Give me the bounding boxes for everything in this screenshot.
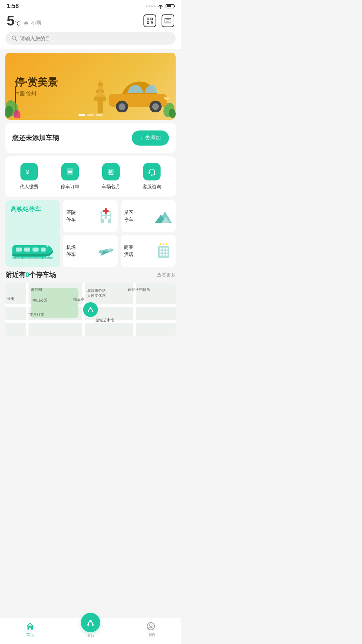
- nearby-section: 附近有0个停车场 查看更多 长街 蕙芳园 中山公园 投壶亭 兰亭八柱亭 北京市劳…: [5, 270, 176, 336]
- add-icon: +: [140, 135, 143, 141]
- service-monthly[interactable]: M 车场包月: [98, 163, 124, 190]
- headset-icon: [147, 167, 157, 176]
- svg-text:★★★: ★★★: [159, 243, 168, 246]
- svg-rect-26: [98, 101, 103, 113]
- status-icons: [146, 4, 174, 9]
- train-icon: [11, 235, 55, 262]
- service-pay-label: 代人缴费: [20, 184, 39, 190]
- svg-rect-3: [147, 18, 149, 20]
- svg-line-14: [15, 39, 17, 41]
- road-h2: [5, 320, 176, 323]
- svg-rect-5: [147, 22, 149, 24]
- map-center-marker: [83, 302, 98, 317]
- map-background: 长街 蕙芳园 中山公园 投壶亭 兰亭八柱亭 北京市劳动人民文化宫 南池子招待所 …: [5, 283, 176, 336]
- hospital-icon: [97, 207, 115, 225]
- svg-text:M: M: [109, 169, 113, 174]
- svg-point-83: [89, 307, 91, 309]
- svg-rect-59: [12, 254, 48, 256]
- cat-airport[interactable]: 机场停车: [63, 235, 118, 267]
- svg-rect-79: [160, 254, 162, 256]
- view-more-button[interactable]: 查看更多: [157, 272, 176, 278]
- message-icon: [164, 17, 172, 24]
- cloud-rain-icon: [23, 20, 30, 25]
- map-label-4: 投壶亭: [73, 297, 84, 302]
- cat-mall[interactable]: 商圈酒店 ★★★: [121, 235, 176, 267]
- map-preview[interactable]: 长街 蕙芳园 中山公园 投壶亭 兰亭八柱亭 北京市劳动人民文化宫 南池子招待所 …: [5, 283, 176, 336]
- add-vehicle-button[interactable]: + 去添加: [132, 130, 169, 146]
- map-label-5: 兰亭八柱亭: [26, 312, 44, 317]
- service-monthly-icon: M: [102, 163, 120, 180]
- cat-scenic[interactable]: 景区停车: [121, 200, 176, 232]
- vehicle-text: 您还未添加车辆: [12, 133, 59, 143]
- map-label-7: 南池子招待所: [128, 287, 150, 292]
- temperature: 5°C: [7, 14, 20, 28]
- svg-point-31: [119, 103, 125, 110]
- svg-point-46: [151, 174, 153, 176]
- airport-icon: [97, 242, 115, 260]
- svg-line-1: [26, 24, 26, 25]
- svg-point-84: [88, 311, 89, 312]
- scan-button[interactable]: [143, 14, 156, 27]
- weather-text: 小雨: [31, 20, 41, 26]
- service-support-icon: [143, 163, 161, 180]
- svg-rect-4: [151, 18, 153, 20]
- svg-point-34: [164, 97, 169, 100]
- svg-rect-81: [166, 254, 168, 256]
- nearby-count: 0: [25, 271, 29, 278]
- yen-icon: ¥: [24, 167, 34, 176]
- svg-rect-75: [166, 248, 168, 250]
- service-order-label: 停车订单: [61, 184, 79, 190]
- service-monthly-label: 车场包月: [102, 184, 120, 190]
- route-icon: [86, 305, 95, 314]
- service-grid: ¥ 代人缴费 停车订单 M 车场包月: [5, 156, 176, 197]
- mall-icon: ★★★: [155, 242, 172, 260]
- metro-icon: M: [106, 167, 116, 176]
- svg-line-0: [25, 24, 25, 25]
- service-support[interactable]: 客服咨询: [138, 163, 165, 190]
- scan-icon: [146, 17, 154, 24]
- cat-train-station[interactable]: 高铁站停车: [5, 200, 60, 267]
- svg-rect-62: [107, 212, 110, 215]
- svg-point-33: [152, 103, 159, 110]
- cat-hospital[interactable]: 医院停车: [63, 200, 118, 232]
- svg-rect-74: [163, 248, 165, 250]
- wifi-icon: [158, 4, 164, 9]
- header-actions: [143, 14, 174, 27]
- map-label-1: 长街: [7, 296, 14, 301]
- svg-point-16: [18, 84, 19, 86]
- service-support-label: 客服咨询: [142, 184, 161, 190]
- message-button[interactable]: [162, 14, 174, 27]
- battery-icon: [166, 4, 174, 8]
- svg-rect-55: [16, 248, 22, 252]
- svg-rect-64: [107, 216, 110, 219]
- status-time: 1:58: [7, 3, 19, 10]
- weather-desc: 小雨: [23, 20, 41, 26]
- svg-line-2: [27, 24, 27, 25]
- vehicle-card: 您还未添加车辆 + 去添加: [5, 123, 176, 153]
- service-pay[interactable]: ¥ 代人缴费: [16, 163, 43, 190]
- cat-train-label: 高铁站停车: [11, 205, 55, 213]
- search-bar[interactable]: [5, 32, 176, 45]
- search-input[interactable]: [20, 36, 170, 41]
- svg-rect-78: [166, 251, 168, 253]
- svg-rect-57: [33, 248, 39, 252]
- cat-scenic-label: 景区停车: [124, 209, 133, 223]
- map-label-2: 蕙芳园: [31, 287, 42, 292]
- status-bar: 1:58: [0, 0, 181, 12]
- header: 5°C 小雨: [0, 12, 181, 32]
- car-illustration: [105, 75, 172, 114]
- cat-hospital-label: 医院停车: [66, 209, 76, 223]
- nearby-header: 附近有0个停车场 查看更多: [5, 270, 176, 279]
- svg-rect-58: [41, 248, 46, 252]
- weather-info: 5°C 小雨: [7, 14, 41, 28]
- map-label-3: 中山公园: [33, 298, 47, 303]
- service-order-icon: [61, 163, 79, 180]
- banner-dot-1[interactable]: [78, 114, 85, 116]
- svg-marker-20: [99, 78, 102, 83]
- map-label-6: 北京市劳动人民文化宫: [87, 288, 106, 299]
- banner[interactable]: 停·赏美景 中国·徐州: [5, 53, 176, 120]
- service-pay-icon: ¥: [20, 163, 38, 180]
- service-order[interactable]: 停车订单: [57, 163, 83, 190]
- svg-rect-67: [103, 210, 109, 212]
- map-label-8: 皇城艺术馆: [96, 318, 114, 323]
